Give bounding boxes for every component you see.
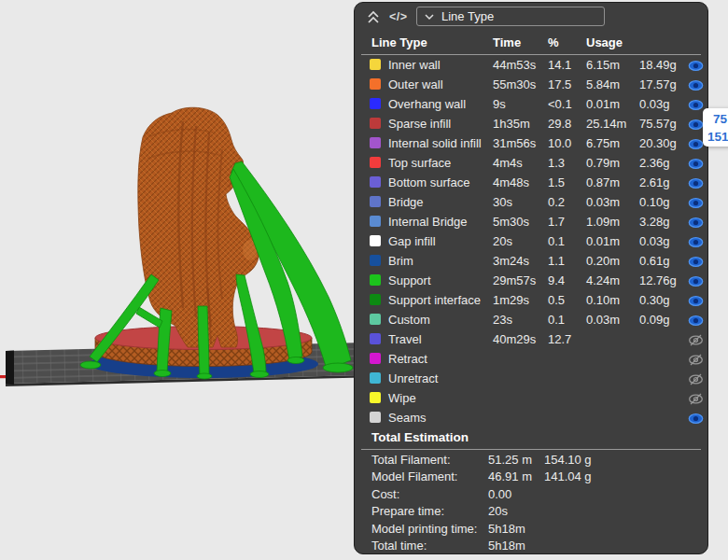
- line-type-label: Retract: [388, 349, 427, 369]
- total-row-label: Model printing time:: [371, 521, 477, 538]
- line-type-time: 1m29s: [493, 290, 529, 310]
- visibility-toggle[interactable]: [688, 314, 704, 326]
- line-type-row[interactable]: Custom 23s 0.1 0.03m 0.09g: [355, 310, 707, 329]
- line-type-row[interactable]: Inner wall 44m53s 14.1 6.15m 18.49g: [355, 55, 707, 75]
- line-type-weight: 3.28g: [639, 212, 670, 231]
- eye-icon: [688, 177, 704, 189]
- line-type-percent: 0.5: [548, 290, 565, 310]
- line-type-row[interactable]: Wipe: [355, 388, 707, 408]
- line-type-color-swatch: [370, 118, 381, 129]
- visibility-toggle[interactable]: [688, 78, 704, 91]
- visibility-toggle[interactable]: [688, 59, 704, 71]
- view-type-dropdown[interactable]: Line Type: [416, 7, 605, 26]
- total-row: Model printing time: 5h18m: [355, 521, 707, 538]
- visibility-toggle[interactable]: [688, 412, 704, 424]
- visibility-toggle[interactable]: [688, 118, 704, 130]
- line-type-label: Wipe: [388, 388, 416, 408]
- visibility-toggle[interactable]: [688, 255, 704, 267]
- eye-icon: [688, 60, 704, 72]
- visibility-toggle[interactable]: [688, 333, 704, 345]
- line-type-time: 4m48s: [493, 173, 529, 192]
- visibility-toggle[interactable]: [688, 137, 704, 149]
- line-type-color-swatch: [370, 235, 381, 246]
- line-type-color-swatch: [370, 333, 381, 344]
- total-row-label: Total Filament:: [371, 452, 451, 469]
- line-type-row[interactable]: Internal Bridge 5m30s 1.7 1.09m 3.28g: [355, 212, 707, 231]
- line-type-length: 4.24m: [586, 271, 620, 290]
- line-type-percent: 0.1: [548, 231, 565, 251]
- line-type-label: Bottom surface: [388, 173, 469, 192]
- line-type-label: Sparse infill: [388, 114, 451, 133]
- line-type-row[interactable]: Unretract: [355, 369, 707, 388]
- line-type-row[interactable]: Support interface 1m29s 0.5 0.10m 0.30g: [355, 290, 707, 310]
- line-type-color-swatch: [370, 59, 381, 70]
- line-type-percent: 1.1: [548, 251, 565, 271]
- line-type-percent: 1.7: [548, 212, 565, 231]
- visibility-toggle[interactable]: [688, 176, 704, 189]
- header-time: Time: [493, 34, 521, 52]
- line-type-label: Seams: [388, 408, 426, 427]
- app-window: { "toolbar": { "collapse_icon": "double-…: [0, 0, 728, 560]
- line-type-percent: 17.5: [548, 75, 571, 94]
- line-type-label: Custom: [388, 310, 430, 329]
- gcode-viewer-icon[interactable]: </>: [389, 8, 408, 25]
- visibility-toggle[interactable]: [688, 216, 704, 228]
- line-type-color-swatch: [370, 157, 381, 168]
- line-type-row[interactable]: Outer wall 55m30s 17.5 5.84m 17.57g: [355, 75, 707, 94]
- line-type-color-swatch: [370, 216, 381, 227]
- line-type-length: 1.09m: [586, 212, 620, 231]
- total-estimation-title: Total Estimation: [371, 430, 469, 444]
- line-type-row[interactable]: Gap infill 20s 0.1 0.01m 0.03g: [355, 231, 707, 251]
- eye-off-icon: [688, 373, 704, 385]
- visibility-toggle[interactable]: [688, 392, 704, 404]
- line-type-weight: 20.30g: [639, 133, 677, 153]
- visibility-toggle[interactable]: [688, 196, 704, 208]
- eye-icon: [688, 99, 704, 111]
- total-row-label: Cost:: [371, 486, 399, 503]
- visibility-toggle[interactable]: [688, 353, 704, 365]
- layer-range-tooltip: 75 151: [703, 108, 728, 147]
- eye-icon: [688, 79, 704, 91]
- eye-icon: [688, 315, 704, 327]
- totals-separator: [361, 449, 701, 450]
- line-type-weight: 0.10g: [639, 192, 670, 212]
- line-type-row[interactable]: Top surface 4m4s 1.3 0.79m 2.36g: [355, 153, 707, 173]
- line-type-row[interactable]: Bottom surface 4m48s 1.5 0.87m 2.61g: [355, 173, 707, 192]
- line-type-row[interactable]: Sparse infill 1h35m 29.8 25.14m 75.57g: [355, 114, 707, 133]
- total-row: Model Filament: 46.91 m 141.04 g: [355, 469, 707, 485]
- line-type-time: 1h35m: [493, 114, 530, 133]
- line-type-length: 6.75m: [586, 133, 620, 153]
- line-type-time: 40m29s: [493, 329, 536, 349]
- line-type-weight: 0.30g: [639, 290, 670, 310]
- line-type-percent: 14.1: [548, 55, 571, 75]
- line-type-percent: 0.2: [548, 192, 565, 212]
- line-type-weight: 12.76g: [639, 271, 677, 290]
- line-type-time: 5m30s: [493, 212, 529, 231]
- line-type-length: 0.87m: [586, 173, 620, 192]
- line-type-row[interactable]: Internal solid infill 31m56s 10.0 6.75m …: [355, 133, 707, 153]
- layer-range-top: 75: [713, 110, 728, 128]
- visibility-toggle[interactable]: [688, 235, 704, 247]
- line-type-percent: 9.4: [548, 271, 565, 290]
- visibility-toggle[interactable]: [688, 98, 704, 110]
- layer-range-bottom: 151: [707, 128, 728, 146]
- collapse-panel-icon[interactable]: [365, 8, 384, 25]
- line-type-row[interactable]: Overhang wall 9s <0.1 0.01m 0.03g: [355, 94, 707, 114]
- line-type-row[interactable]: Retract: [355, 349, 707, 369]
- eye-icon: [688, 275, 704, 287]
- line-type-color-swatch: [370, 314, 381, 325]
- line-type-length: 0.01m: [586, 231, 620, 251]
- line-type-row[interactable]: Seams: [355, 408, 707, 427]
- line-type-row[interactable]: Brim 3m24s 1.1 0.20m 0.61g: [355, 251, 707, 271]
- line-type-row[interactable]: Bridge 30s 0.2 0.03m 0.10g: [355, 192, 707, 212]
- visibility-toggle[interactable]: [688, 274, 704, 287]
- visibility-toggle[interactable]: [688, 294, 704, 306]
- visibility-toggle[interactable]: [688, 157, 704, 169]
- total-row: Prepare time: 20s: [355, 503, 707, 520]
- line-type-label: Gap infill: [388, 231, 436, 251]
- line-type-row[interactable]: Travel 40m29s 12.7: [355, 329, 707, 349]
- line-type-row[interactable]: Support 29m57s 9.4 4.24m 12.76g: [355, 271, 707, 290]
- visibility-toggle[interactable]: [688, 372, 704, 385]
- line-type-label: Internal Bridge: [388, 212, 468, 231]
- line-type-weight: 2.36g: [639, 153, 670, 173]
